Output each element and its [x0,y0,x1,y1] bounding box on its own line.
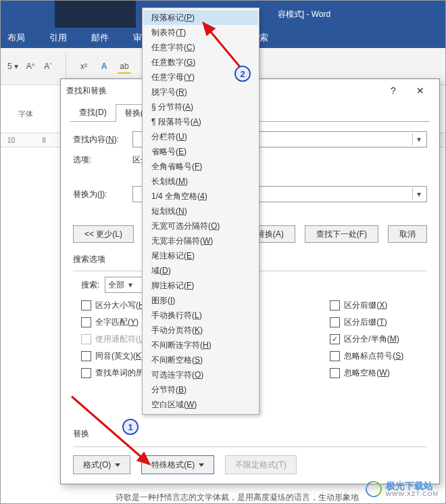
checkbox-option[interactable]: 忽略标点符号(S) [330,350,403,362]
special-format-button[interactable]: 特殊格式(E) [141,455,214,474]
checkbox-option[interactable]: ✓区分全/半角(M) [330,334,403,345]
dropdown-triangle-icon [115,463,120,467]
menu-item[interactable]: 无宽可选分隔符(O) [143,219,258,233]
dialog-close-button[interactable]: ✕ [407,81,434,100]
less-button[interactable]: << 更少(L) [73,225,134,243]
menu-item[interactable]: 任意字符(C) [143,40,258,55]
watermark-logo-icon [363,479,384,500]
dialog-title: 查找和替换 [66,85,107,97]
menu-item[interactable]: § 分节符(A) [143,99,258,114]
right-check-column: 区分前缀(X)区分后缀(T)✓区分全/半角(M)忽略标点符号(S)忽略空格(W) [330,300,403,379]
watermark-name: 极光下载站 [386,481,439,491]
menu-item[interactable]: 段落标记(P) [143,10,258,25]
find-what-label: 查找内容(N): [73,134,127,145]
options-label: 选项: [73,154,127,166]
text-effects-icon[interactable]: A [97,60,111,73]
menu-item[interactable]: 图形(I) [143,293,258,308]
menu-item[interactable]: 长划线(M) [143,174,258,189]
menu-item[interactable]: 无宽非分隔符(W) [143,233,258,248]
menu-item[interactable]: 短划线(N) [143,204,258,219]
menu-item[interactable]: 脚注标记(F) [143,278,258,293]
subscript-icon[interactable]: x² [77,60,91,73]
find-next-button[interactable]: 查找下一处(F) [305,225,378,243]
watermark-url: WWW.XZ7.COM [386,491,439,498]
menu-item[interactable]: 尾注标记(E) [143,248,258,263]
app-title: 容模式] - Word [278,9,330,20]
menu-item[interactable]: 域(D) [143,263,258,278]
menu-item[interactable]: 不间断连字符(H) [143,338,258,352]
search-scope-label: 搜索: [81,279,99,291]
menu-item[interactable]: 脱字号(R) [143,85,258,99]
menu-item[interactable]: 1/4 全角空格(4) [143,189,258,204]
ribbon-tab-layout[interactable]: 布局 [7,32,25,44]
decrease-font-icon[interactable]: Aˇ [41,60,55,73]
annotation-marker-1: 1 [122,419,139,435]
document-thumbnail [55,1,136,28]
increase-font-icon[interactable]: A^ [24,60,37,73]
menu-item[interactable]: 手动换行符(L) [143,308,258,323]
checkbox-option[interactable]: 区分前缀(X) [330,300,403,311]
menu-item[interactable]: 空白区域(W) [143,397,258,412]
menu-item[interactable]: 手动分页符(K) [143,323,258,338]
ribbon-tab-references[interactable]: 引用 [49,32,67,44]
chevron-down-icon[interactable]: ▾ [412,188,425,200]
no-formatting-button[interactable]: 不限定格式(T) [225,455,296,474]
menu-item[interactable]: 可选连字符(O) [143,367,258,382]
menu-item[interactable]: ¶ 段落符号(A) [143,114,258,129]
document-body-text: 诗歌是一种抒情言志的文学体裁，是用高度凝练的语言，生动形象地 [116,492,359,503]
font-group-label: 字体 [18,109,33,119]
format-button[interactable]: 格式(O) [73,455,130,474]
dialog-help-button[interactable]: ? [380,81,407,100]
highlight-icon[interactable]: ab [118,60,131,74]
menu-item[interactable]: 分栏符(U) [143,129,258,144]
dropdown-triangle-icon [199,463,204,467]
menu-item[interactable]: 不间断空格(S) [143,352,258,367]
ruler-mark: 8 [42,137,46,144]
tab-find[interactable]: 查找(D) [70,104,116,121]
font-size-dropdown-icon[interactable]: 5 ▾ [6,60,20,73]
annotation-marker-2: 2 [234,66,251,82]
ribbon-tab-mailings[interactable]: 邮件 [91,32,109,44]
menu-item[interactable]: 省略号(E) [143,144,258,159]
menu-item[interactable]: 制表符(T) [143,25,258,40]
replace-with-label: 替换为(I): [73,189,127,200]
watermark: 极光下载站 WWW.XZ7.COM [366,481,439,498]
chevron-down-icon: ▾ [128,280,132,290]
ruler-mark: 10 [7,137,15,144]
cancel-button[interactable]: 取消 [388,225,427,243]
checkbox-option[interactable]: 忽略空格(W) [330,367,403,379]
chevron-down-icon[interactable]: ▾ [412,133,425,145]
checkbox-option[interactable]: 区分后缀(T) [330,317,403,328]
menu-item[interactable]: 分节符(B) [143,382,258,397]
menu-item[interactable]: 全角省略号(F) [143,159,258,174]
